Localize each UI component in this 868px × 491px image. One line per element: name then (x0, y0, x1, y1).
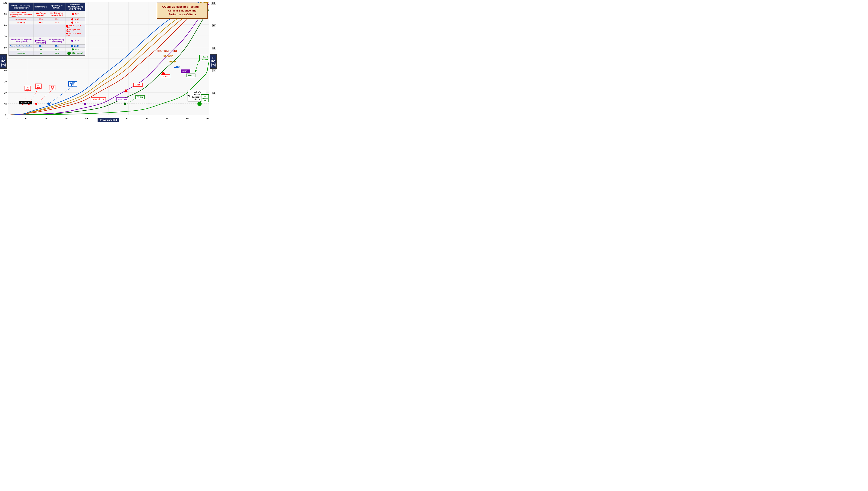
x-tick-90: 90 (186, 117, 189, 120)
y-tick-60: 60 (4, 47, 7, 49)
pb-cell: 20.34 (65, 44, 85, 48)
svg-text:FIRST RAgT TEST: FIRST RAgT TEST (157, 50, 177, 52)
sensitivity-cell: 80.0 (33, 44, 48, 48)
y-tick-70: 70 (4, 35, 7, 38)
svg-text:1 in 20.: 1 in 20. (194, 98, 200, 100)
y-tick-20: 20 (4, 92, 7, 94)
pb-cell: 50.6 (65, 48, 85, 51)
y-axis-right-label: R FO [%] (210, 54, 217, 68)
svg-text:diagnosis =: diagnosis = (192, 96, 203, 98)
col-header-setting: Setting / Test Modality / Symptoms / Tie… (9, 3, 33, 11)
y-tick-90: 90 (4, 13, 7, 16)
svg-text:THIRD: THIRD (169, 60, 176, 63)
x-axis-label: Prevalence [%] (97, 118, 119, 122)
y-tick-right-60: 60 (212, 47, 216, 50)
y-tick-30: 30 (4, 81, 7, 83)
x-tick-60: 60 (125, 117, 128, 120)
svg-text:WHO: WHO (174, 66, 180, 68)
svg-text:Repeat: Repeat (202, 58, 208, 60)
pb-cell: 38.42 (65, 37, 85, 44)
specificity-cell: 98.4 [community evaluation] (48, 37, 65, 44)
sensitivity-cell: 91.7 [community evaluation] (33, 37, 48, 44)
svg-point-26 (35, 103, 37, 105)
specificity-cell: 97.5 (48, 51, 65, 56)
svg-point-29 (124, 103, 126, 105)
x-tick-0: 0 (7, 117, 8, 120)
y-tick-right-80: 80 (212, 24, 216, 27)
y-tick-0: 0 (5, 114, 6, 116)
y-tick-10: 10 (4, 103, 7, 105)
setting-cell: T2 [repeat] (9, 51, 33, 56)
svg-point-27 (47, 103, 50, 105)
specificity-cell: 99.2 (48, 21, 65, 24)
x-tick-40: 40 (85, 117, 88, 120)
specificity-empty (48, 24, 65, 37)
svg-text:HMDx: HMDx (182, 70, 189, 73)
table-row: Tier 2 (T2) 95 97.5 50.6 (9, 48, 85, 51)
x-tick-30: 30 (65, 117, 67, 120)
table-row: Home Molecular Diagnostic – LAMP [HMDx] … (9, 37, 85, 44)
sensitivity-cell: 95 (33, 51, 48, 56)
svg-point-28 (84, 103, 86, 105)
y-tick-right-20: 20 (212, 92, 216, 94)
col-header-specificity: Specificity or NPA [%] (48, 3, 65, 11)
svg-text:HMDx PB: HMDx PB (118, 98, 127, 100)
table-row: Collaborative Study [asymptomatic] First… (9, 11, 85, 18)
specificity-cell: 97.0 (48, 44, 65, 48)
x-tick-70: 70 (146, 117, 148, 120)
pb-cell: 10.46 (65, 18, 85, 21)
pb-cell: 14.22 (65, 21, 85, 24)
chart-title: COVID-19 Repeated Testing — Clinical Evi… (157, 3, 208, 19)
svg-text:R_FO = 5%: R_FO = 5% (21, 102, 30, 104)
svg-text:Repeat: Repeat (202, 97, 208, 99)
svg-text:SECOND: SECOND (163, 55, 173, 58)
sensitivity-cell: 95 (33, 48, 48, 51)
table-row: T2 [repeat] 95 97.5 95.2 [repeat] (9, 51, 85, 56)
specificity-cell: 99.2 (48, 18, 65, 21)
svg-text:1 in 3: 1 in 3 (163, 75, 168, 77)
svg-text:1 in 5: 1 in 5 (135, 84, 140, 86)
pb-shapes-cell: 25.9 [if R_FO = 10%] 44.1 [if R_FO = 20%… (65, 24, 85, 37)
y-axis-left-label: R FO [%] (0, 54, 7, 68)
svg-text:T2: T2 (204, 95, 206, 97)
sensitivity-cell: 34.4 [home testing] (33, 11, 48, 18)
sensitivity-cell: 68.5 (33, 21, 48, 24)
setting-cell-empty (9, 24, 33, 37)
svg-text:PB: PB (204, 99, 206, 102)
sensitivity-empty (33, 24, 48, 37)
svg-text:PB: PB (71, 84, 74, 86)
x-tick-100: 100 (205, 117, 209, 120)
svg-text:missed: missed (194, 93, 200, 96)
table-row: Second RAgT 55.3 99.2 10.46 (9, 18, 85, 21)
svg-text:T2 PB: T2 PB (137, 96, 143, 98)
x-tick-10: 10 (25, 117, 27, 120)
svg-text:Risk of a: Risk of a (193, 91, 201, 93)
setting-cell: Collaborative Study [asymptomatic] First… (9, 11, 33, 18)
y-tick-right-100: 100 (211, 2, 216, 4)
y-tick-80: 80 (4, 24, 7, 27)
pb-cell: 7.37 (65, 11, 85, 18)
specificity-cell: 99.2 [FDA EUA NPA median] (48, 11, 65, 18)
setting-cell: Tier 2 (T2) (9, 48, 33, 51)
data-table: Setting / Test Modality / Symptoms / Tie… (8, 3, 85, 56)
y-tick-right-40: 40 (212, 69, 216, 72)
setting-cell: Second RAgT (9, 18, 33, 21)
svg-text:PB: PB (37, 86, 40, 88)
table-row: Third RAgT 68.5 99.2 14.22 (9, 21, 85, 24)
svg-text:PB: PB (26, 88, 29, 91)
svg-text:Miss 1 in 10: Miss 1 in 10 (93, 98, 104, 100)
svg-text:Tier 2: Tier 2 (188, 75, 194, 77)
sensitivity-cell: 55.3 (33, 18, 48, 21)
table-row-shapes: 25.9 [if R_FO = 10%] 44.1 [if R_FO = 20%… (9, 24, 85, 37)
chart-container: R FO [%] R FO [%] (0, 0, 217, 123)
col-header-pb: Prevalence Boundary [PB, %] at R_FO = 5% (65, 3, 85, 11)
y-tick-100: 100 (3, 2, 7, 4)
y-tick-40: 40 (4, 69, 7, 71)
col-header-sensitivity: Sensitivity [%] (33, 3, 48, 11)
x-tick-20: 20 (45, 117, 47, 120)
svg-text:PB: PB (51, 88, 54, 90)
svg-text:Tier 2: Tier 2 (203, 56, 208, 58)
pb-cell: 95.2 [repeat] (65, 51, 85, 56)
table-row: World Health Organization 80.0 97.0 20.3… (9, 44, 85, 48)
specificity-cell: 97.5 (48, 48, 65, 51)
